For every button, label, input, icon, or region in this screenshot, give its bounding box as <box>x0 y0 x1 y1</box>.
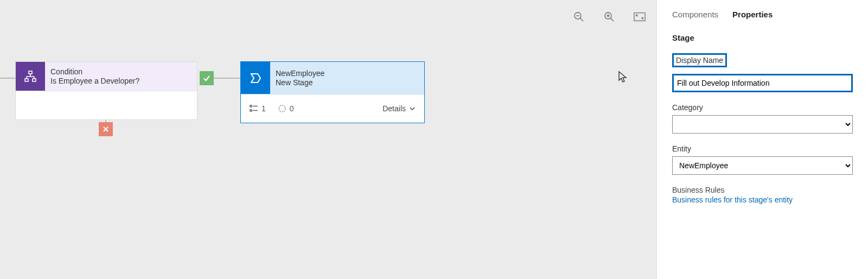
tab-components[interactable]: Components <box>672 7 718 22</box>
panel-section-title: Stage <box>672 33 853 42</box>
svg-marker-17 <box>251 74 260 83</box>
svg-rect-20 <box>250 110 252 111</box>
stage-header: NewEmployee New Stage <box>241 62 424 94</box>
designer-canvas[interactable]: Condition Is Employee a Developer? <box>0 0 656 279</box>
fit-to-screen-icon[interactable] <box>634 11 646 23</box>
svg-line-4 <box>611 18 614 22</box>
stage-body: 1 0 Details <box>241 94 424 123</box>
canvas-toolbar <box>573 11 646 23</box>
zoom-in-icon[interactable] <box>603 11 615 23</box>
display-name-input[interactable] <box>672 74 853 92</box>
panel-tabs: Components Properties <box>672 7 853 22</box>
stage-name-label: New Stage <box>276 78 419 87</box>
svg-rect-8 <box>29 71 32 74</box>
stage-icon <box>241 62 270 94</box>
condition-icon <box>16 62 45 91</box>
properties-panel: Components Properties Stage Display Name… <box>656 0 868 279</box>
tab-properties[interactable]: Properties <box>732 7 773 22</box>
field-display-name: Display Name <box>672 53 853 92</box>
svg-point-22 <box>279 105 285 112</box>
cursor-icon <box>617 71 628 84</box>
svg-line-1 <box>580 18 584 22</box>
entity-select[interactable]: NewEmployee <box>672 156 853 175</box>
chevron-down-icon <box>409 105 416 112</box>
stage-tile[interactable]: NewEmployee New Stage 1 <box>240 61 425 123</box>
condition-false-badge[interactable] <box>99 122 113 136</box>
svg-rect-18 <box>250 105 252 107</box>
stage-stats: 1 0 <box>250 104 294 113</box>
display-name-label: Display Name <box>672 53 727 67</box>
connector-line <box>0 78 15 79</box>
connector-line <box>214 78 240 79</box>
svg-rect-13 <box>25 79 28 81</box>
business-rules-label: Business Rules <box>672 186 853 194</box>
svg-rect-14 <box>33 79 36 81</box>
details-label: Details <box>382 104 406 113</box>
stage-flow-count: 0 <box>278 104 294 113</box>
steps-icon <box>250 105 258 112</box>
entity-label: Entity <box>672 144 691 153</box>
zoom-out-icon[interactable] <box>573 11 585 23</box>
field-business-rules: Business Rules Business rules for this s… <box>672 186 853 204</box>
category-select[interactable] <box>672 115 853 134</box>
stage-details-button[interactable]: Details <box>382 104 416 113</box>
condition-body <box>16 91 197 119</box>
business-rules-link[interactable]: Business rules for this stage's entity <box>672 195 853 204</box>
condition-header: Condition Is Employee a Developer? <box>16 62 197 91</box>
field-category: Category <box>672 103 853 134</box>
condition-type-label: Condition <box>50 67 192 77</box>
flow-count-value: 0 <box>290 104 294 113</box>
category-label: Category <box>672 103 703 112</box>
condition-text: Condition Is Employee a Developer? <box>45 62 197 91</box>
step-count-value: 1 <box>261 104 266 113</box>
stage-entity-label: NewEmployee <box>276 69 419 78</box>
condition-tile[interactable]: Condition Is Employee a Developer? <box>15 61 197 120</box>
flow-icon <box>278 104 286 113</box>
svg-rect-7 <box>634 13 645 21</box>
stage-text: NewEmployee New Stage <box>270 62 424 94</box>
field-entity: Entity NewEmployee <box>672 144 853 175</box>
condition-name-label: Is Employee a Developer? <box>50 77 192 86</box>
condition-true-badge[interactable] <box>200 71 214 85</box>
svg-marker-23 <box>619 72 626 82</box>
stage-step-count: 1 <box>250 104 266 113</box>
